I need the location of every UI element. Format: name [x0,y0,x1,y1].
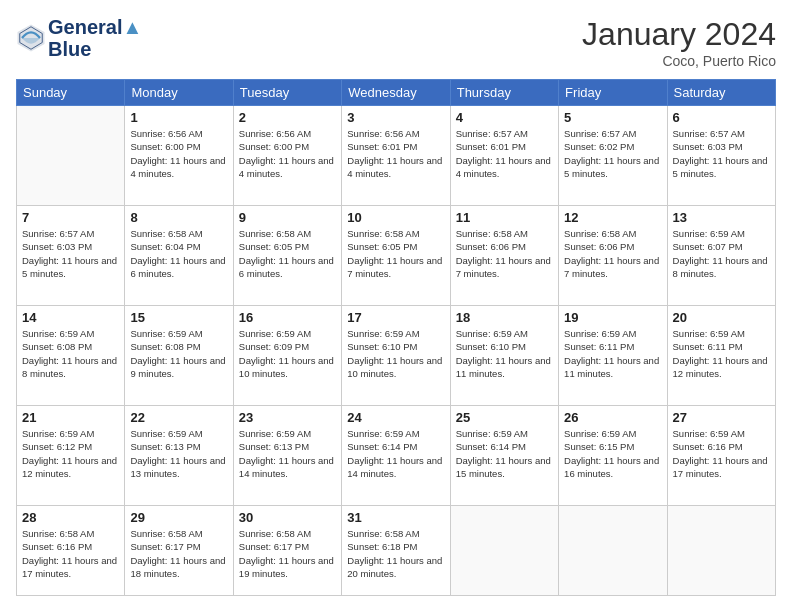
day-info: Sunrise: 6:58 AM Sunset: 6:18 PM Dayligh… [347,527,444,580]
day-info: Sunrise: 6:57 AM Sunset: 6:03 PM Dayligh… [673,127,770,180]
day-number: 4 [456,110,553,125]
calendar-cell: 2Sunrise: 6:56 AM Sunset: 6:00 PM Daylig… [233,106,341,206]
day-number: 20 [673,310,770,325]
calendar-cell: 1Sunrise: 6:56 AM Sunset: 6:00 PM Daylig… [125,106,233,206]
day-info: Sunrise: 6:58 AM Sunset: 6:06 PM Dayligh… [456,227,553,280]
day-info: Sunrise: 6:59 AM Sunset: 6:14 PM Dayligh… [456,427,553,480]
day-number: 17 [347,310,444,325]
header: General▲ Blue January 2024 Coco, Puerto … [16,16,776,69]
day-number: 15 [130,310,227,325]
day-info: Sunrise: 6:59 AM Sunset: 6:08 PM Dayligh… [130,327,227,380]
day-info: Sunrise: 6:58 AM Sunset: 6:05 PM Dayligh… [347,227,444,280]
day-number: 9 [239,210,336,225]
day-info: Sunrise: 6:56 AM Sunset: 6:00 PM Dayligh… [130,127,227,180]
calendar-cell: 25Sunrise: 6:59 AM Sunset: 6:14 PM Dayli… [450,406,558,506]
weekday-sunday: Sunday [17,80,125,106]
calendar-cell: 18Sunrise: 6:59 AM Sunset: 6:10 PM Dayli… [450,306,558,406]
day-number: 10 [347,210,444,225]
weekday-saturday: Saturday [667,80,775,106]
calendar-cell: 31Sunrise: 6:58 AM Sunset: 6:18 PM Dayli… [342,506,450,596]
calendar-cell: 28Sunrise: 6:58 AM Sunset: 6:16 PM Dayli… [17,506,125,596]
calendar-cell: 15Sunrise: 6:59 AM Sunset: 6:08 PM Dayli… [125,306,233,406]
day-number: 5 [564,110,661,125]
day-info: Sunrise: 6:59 AM Sunset: 6:10 PM Dayligh… [347,327,444,380]
week-row-3: 14Sunrise: 6:59 AM Sunset: 6:08 PM Dayli… [17,306,776,406]
calendar-cell: 20Sunrise: 6:59 AM Sunset: 6:11 PM Dayli… [667,306,775,406]
page: General▲ Blue January 2024 Coco, Puerto … [0,0,792,612]
calendar-cell: 7Sunrise: 6:57 AM Sunset: 6:03 PM Daylig… [17,206,125,306]
day-number: 31 [347,510,444,525]
calendar-cell: 26Sunrise: 6:59 AM Sunset: 6:15 PM Dayli… [559,406,667,506]
day-info: Sunrise: 6:59 AM Sunset: 6:12 PM Dayligh… [22,427,119,480]
day-info: Sunrise: 6:59 AM Sunset: 6:07 PM Dayligh… [673,227,770,280]
calendar-cell [17,106,125,206]
calendar-cell: 10Sunrise: 6:58 AM Sunset: 6:05 PM Dayli… [342,206,450,306]
day-number: 21 [22,410,119,425]
calendar-cell: 13Sunrise: 6:59 AM Sunset: 6:07 PM Dayli… [667,206,775,306]
calendar-cell: 11Sunrise: 6:58 AM Sunset: 6:06 PM Dayli… [450,206,558,306]
day-number: 27 [673,410,770,425]
calendar-cell: 19Sunrise: 6:59 AM Sunset: 6:11 PM Dayli… [559,306,667,406]
day-number: 25 [456,410,553,425]
day-info: Sunrise: 6:56 AM Sunset: 6:00 PM Dayligh… [239,127,336,180]
calendar-cell: 9Sunrise: 6:58 AM Sunset: 6:05 PM Daylig… [233,206,341,306]
logo-icon [16,23,46,53]
day-number: 22 [130,410,227,425]
calendar-cell [667,506,775,596]
calendar-cell: 22Sunrise: 6:59 AM Sunset: 6:13 PM Dayli… [125,406,233,506]
logo-text: General▲ Blue [48,16,142,60]
month-title: January 2024 [582,16,776,53]
day-info: Sunrise: 6:58 AM Sunset: 6:17 PM Dayligh… [130,527,227,580]
calendar-cell: 21Sunrise: 6:59 AM Sunset: 6:12 PM Dayli… [17,406,125,506]
day-number: 30 [239,510,336,525]
day-number: 16 [239,310,336,325]
day-number: 24 [347,410,444,425]
weekday-thursday: Thursday [450,80,558,106]
logo: General▲ Blue [16,16,142,60]
day-info: Sunrise: 6:58 AM Sunset: 6:04 PM Dayligh… [130,227,227,280]
day-number: 8 [130,210,227,225]
calendar-cell: 27Sunrise: 6:59 AM Sunset: 6:16 PM Dayli… [667,406,775,506]
calendar-cell: 16Sunrise: 6:59 AM Sunset: 6:09 PM Dayli… [233,306,341,406]
calendar-cell: 14Sunrise: 6:59 AM Sunset: 6:08 PM Dayli… [17,306,125,406]
day-number: 12 [564,210,661,225]
week-row-2: 7Sunrise: 6:57 AM Sunset: 6:03 PM Daylig… [17,206,776,306]
day-info: Sunrise: 6:58 AM Sunset: 6:16 PM Dayligh… [22,527,119,580]
day-info: Sunrise: 6:57 AM Sunset: 6:02 PM Dayligh… [564,127,661,180]
day-info: Sunrise: 6:57 AM Sunset: 6:03 PM Dayligh… [22,227,119,280]
calendar-cell: 23Sunrise: 6:59 AM Sunset: 6:13 PM Dayli… [233,406,341,506]
weekday-wednesday: Wednesday [342,80,450,106]
weekday-tuesday: Tuesday [233,80,341,106]
week-row-4: 21Sunrise: 6:59 AM Sunset: 6:12 PM Dayli… [17,406,776,506]
calendar-table: SundayMondayTuesdayWednesdayThursdayFrid… [16,79,776,596]
day-info: Sunrise: 6:59 AM Sunset: 6:08 PM Dayligh… [22,327,119,380]
day-info: Sunrise: 6:58 AM Sunset: 6:05 PM Dayligh… [239,227,336,280]
day-number: 14 [22,310,119,325]
day-info: Sunrise: 6:57 AM Sunset: 6:01 PM Dayligh… [456,127,553,180]
calendar-cell: 5Sunrise: 6:57 AM Sunset: 6:02 PM Daylig… [559,106,667,206]
day-number: 26 [564,410,661,425]
day-info: Sunrise: 6:59 AM Sunset: 6:16 PM Dayligh… [673,427,770,480]
day-number: 7 [22,210,119,225]
day-number: 13 [673,210,770,225]
day-info: Sunrise: 6:59 AM Sunset: 6:11 PM Dayligh… [673,327,770,380]
calendar-cell: 24Sunrise: 6:59 AM Sunset: 6:14 PM Dayli… [342,406,450,506]
day-number: 18 [456,310,553,325]
day-number: 23 [239,410,336,425]
calendar-cell: 17Sunrise: 6:59 AM Sunset: 6:10 PM Dayli… [342,306,450,406]
day-info: Sunrise: 6:59 AM Sunset: 6:15 PM Dayligh… [564,427,661,480]
day-info: Sunrise: 6:59 AM Sunset: 6:10 PM Dayligh… [456,327,553,380]
day-info: Sunrise: 6:59 AM Sunset: 6:14 PM Dayligh… [347,427,444,480]
weekday-header-row: SundayMondayTuesdayWednesdayThursdayFrid… [17,80,776,106]
day-number: 19 [564,310,661,325]
calendar-cell: 3Sunrise: 6:56 AM Sunset: 6:01 PM Daylig… [342,106,450,206]
week-row-1: 1Sunrise: 6:56 AM Sunset: 6:00 PM Daylig… [17,106,776,206]
location-subtitle: Coco, Puerto Rico [582,53,776,69]
weekday-friday: Friday [559,80,667,106]
calendar-cell: 29Sunrise: 6:58 AM Sunset: 6:17 PM Dayli… [125,506,233,596]
day-info: Sunrise: 6:56 AM Sunset: 6:01 PM Dayligh… [347,127,444,180]
day-number: 28 [22,510,119,525]
calendar-cell [559,506,667,596]
day-number: 11 [456,210,553,225]
calendar-cell: 30Sunrise: 6:58 AM Sunset: 6:17 PM Dayli… [233,506,341,596]
